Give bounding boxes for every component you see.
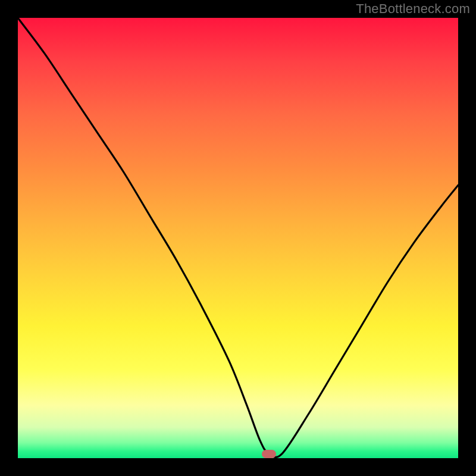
bottleneck-curve	[18, 18, 458, 458]
attribution-watermark: TheBottleneck.com	[356, 1, 470, 17]
plot-area	[18, 18, 458, 458]
chart-frame: TheBottleneck.com	[0, 0, 476, 476]
optimal-point-marker	[262, 450, 276, 458]
